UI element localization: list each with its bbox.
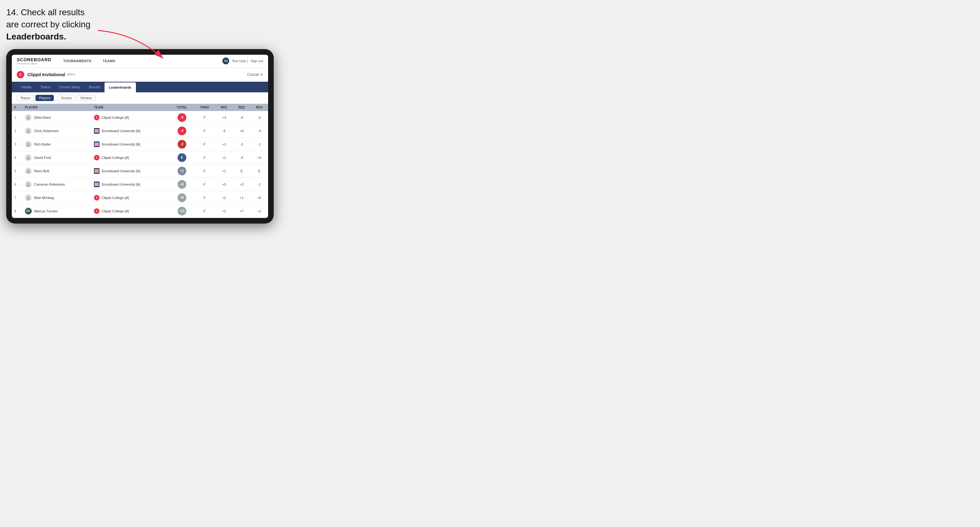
player-name: David Ford [34, 156, 51, 159]
cell-rank: 5 [12, 164, 22, 178]
cell-rd3: -1 [250, 137, 268, 151]
sign-out-link[interactable]: Sign out [251, 59, 263, 63]
filter-bar: Teams Players Scores Strokes [12, 92, 268, 104]
nav-teams[interactable]: TEAMS [100, 58, 118, 64]
cell-player: Chris Robertson [22, 124, 91, 137]
player-name: Blair McHarg [34, 196, 54, 200]
cell-thru: F [194, 178, 215, 191]
table-row: 1Elliot EbertCClippd College [A]-8F+3-6-… [12, 111, 268, 124]
nav-tournaments[interactable]: TOURNAMENTS [60, 58, 94, 64]
table-row: 4David FordCClippd College [A]EF+1-4+3 [12, 151, 268, 164]
instruction-block: 14. Check all results are correct by cli… [6, 6, 130, 43]
top-navigation: SCOREBOARD Powered by clippd TOURNAMENTS… [12, 55, 268, 68]
team-logo-clippd: C [94, 208, 100, 214]
cell-player: Blair McHarg [22, 191, 91, 204]
tablet-screen: SCOREBOARD Powered by clippd TOURNAMENTS… [12, 55, 268, 218]
cell-thru: F [194, 137, 215, 151]
filter-strokes[interactable]: Strokes [77, 95, 95, 101]
cell-total: +6 [170, 178, 194, 191]
tournament-badge: (Men) [67, 73, 75, 76]
cell-team: Scoreboard University [A] [91, 178, 170, 191]
cell-rd2: +1 [233, 191, 251, 204]
team-name: Scoreboard University [A] [102, 143, 140, 146]
player-name: Rees Britt [34, 169, 49, 173]
tab-leaderboards[interactable]: Leaderboards [105, 83, 136, 92]
cell-player: Cameron Robertson [22, 178, 91, 191]
cell-player: Rees Britt [22, 164, 91, 178]
player-name: Cameron Robertson [34, 183, 65, 186]
instruction-line1: 14. Check all results [6, 8, 84, 17]
filter-scores[interactable]: Scores [57, 95, 75, 101]
cell-rd3: +6 [250, 191, 268, 204]
team-logo-scoreboard [94, 141, 100, 147]
cell-rank: 2 [12, 124, 22, 137]
cell-team: CClippd College [A] [91, 151, 170, 164]
cell-rd3: -1 [250, 178, 268, 191]
col-total: TOTAL [170, 104, 194, 111]
player-avatar [25, 141, 32, 148]
table-row: 8MTMarcus TurnersCClippd College [A]+11F… [12, 204, 268, 217]
cell-rank: 6 [12, 178, 22, 191]
player-avatar [25, 168, 32, 175]
svg-point-5 [27, 169, 29, 171]
cell-thru: F [194, 151, 215, 164]
table-header-row: # PLAYER TEAM TOTAL THRU RD1 RD2 RD3 [12, 104, 268, 111]
tournament-header: C Clippd Invitational (Men) Cancel ✕ [12, 68, 268, 82]
player-name: Marcus Turners [34, 209, 58, 213]
col-rank: # [12, 104, 22, 111]
table-row: 6Cameron RobertsonScoreboard University … [12, 178, 268, 191]
team-logo-clippd: C [94, 115, 100, 120]
team-logo-scoreboard [94, 168, 100, 174]
cell-player: MTMarcus Turners [22, 204, 91, 217]
cell-rank: 4 [12, 151, 22, 164]
cell-player: Rich Butler [22, 137, 91, 151]
tab-details[interactable]: Details [17, 82, 36, 92]
user-name: Test User | [232, 59, 248, 63]
col-rd1: RD1 [215, 104, 233, 111]
cell-total: +9 [170, 191, 194, 204]
cell-thru: F [194, 111, 215, 124]
col-rd2: RD2 [233, 104, 251, 111]
table-row: 3Rich ButlerScoreboard University [A]-2F… [12, 137, 268, 151]
cell-rd2: +5 [233, 124, 251, 137]
tab-results[interactable]: Results [84, 82, 105, 92]
cell-rd2: +2 [233, 178, 251, 191]
user-avatar: TU [223, 57, 229, 64]
cell-rd1: +2 [215, 191, 233, 204]
team-name: Scoreboard University [A] [102, 129, 140, 133]
instruction-line3: Leaderboards. [6, 32, 66, 41]
cell-rd2: +7 [233, 204, 251, 217]
table-row: 5Rees BrittScoreboard University [A]+1F+… [12, 164, 268, 178]
filter-teams[interactable]: Teams [17, 95, 33, 101]
cell-team: CClippd College [A] [91, 191, 170, 204]
cancel-button[interactable]: Cancel ✕ [247, 73, 263, 77]
player-avatar: MT [25, 208, 32, 214]
team-logo-scoreboard [94, 128, 100, 134]
cell-rank: 1 [12, 111, 22, 124]
cell-rd3: E [250, 164, 268, 178]
cell-team: Scoreboard University [A] [91, 124, 170, 137]
cell-rd1: +3 [215, 111, 233, 124]
cell-team: CClippd College [A] [91, 204, 170, 217]
tab-course-setup[interactable]: Course Setup [55, 82, 84, 92]
cell-total: +11 [170, 204, 194, 217]
cell-rd2: E [233, 164, 251, 178]
cell-thru: F [194, 204, 215, 217]
team-logo-clippd: C [94, 195, 100, 200]
cell-team: Scoreboard University [A] [91, 164, 170, 178]
tab-bar: Details Teams Course Setup Results Leade… [12, 82, 268, 92]
table-row: 7Blair McHargCClippd College [A]+9F+2+1+… [12, 191, 268, 204]
team-logo-clippd: C [94, 155, 100, 160]
cell-team: Scoreboard University [A] [91, 137, 170, 151]
player-avatar [25, 127, 32, 134]
tab-teams[interactable]: Teams [36, 82, 55, 92]
cell-rd2: -6 [233, 111, 251, 124]
team-name: Clippd College [A] [102, 196, 129, 200]
svg-point-4 [27, 156, 29, 158]
tournament-logo: C [17, 71, 24, 78]
logo-text: SCOREBOARD [17, 57, 51, 62]
filter-players[interactable]: Players [35, 95, 54, 101]
svg-point-1 [27, 116, 29, 117]
player-avatar [25, 154, 32, 161]
team-name: Scoreboard University [A] [102, 183, 140, 186]
